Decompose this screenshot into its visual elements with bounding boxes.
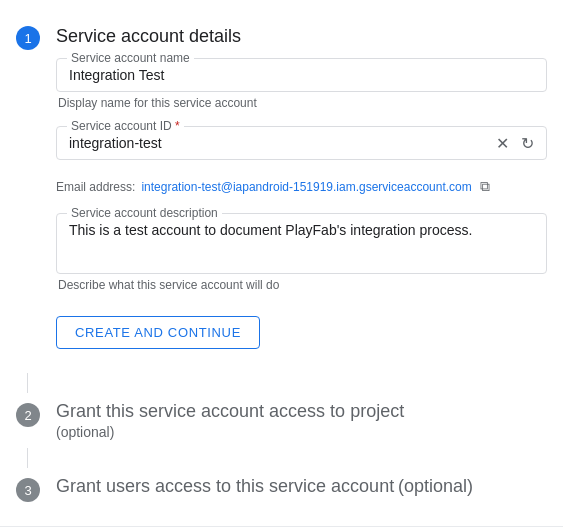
bottom-bar: DONE CANCEL xyxy=(0,526,563,530)
step-1-content: Service account details xyxy=(56,24,547,49)
service-account-name-input[interactable] xyxy=(69,67,534,83)
step-2-number: 2 xyxy=(16,403,40,427)
step-1-form: Service account name Display name for th… xyxy=(0,58,563,373)
step-1-number: 1 xyxy=(16,26,40,50)
service-account-description-wrapper: Service account description This is a te… xyxy=(56,213,547,274)
step-3-title: Grant users access to this service accou… xyxy=(56,476,394,496)
service-account-name-field: Service account name Display name for th… xyxy=(56,58,547,110)
service-account-id-label: Service account ID * xyxy=(67,119,184,133)
service-account-name-hint: Display name for this service account xyxy=(56,96,547,110)
service-account-name-label: Service account name xyxy=(67,51,194,65)
step-3-header: 3 Grant users access to this service acc… xyxy=(0,468,563,510)
step-3-content: Grant users access to this service accou… xyxy=(56,476,547,497)
step-2-optional-text: (optional) xyxy=(56,424,547,440)
email-value: integration-test@iapandroid-151919.iam.g… xyxy=(141,180,471,194)
service-account-name-wrapper: Service account name xyxy=(56,58,547,92)
clear-id-button[interactable]: ✕ xyxy=(492,130,513,157)
connector-2-3 xyxy=(27,448,28,468)
service-account-description-field: Service account description This is a te… xyxy=(56,213,547,292)
email-row: Email address: integration-test@iapandro… xyxy=(56,176,547,197)
page-container: 1 Service account details Service accoun… xyxy=(0,0,563,530)
step-1-title: Service account details xyxy=(56,24,547,49)
copy-email-button[interactable]: ⧉ xyxy=(478,176,492,197)
connector-1-2 xyxy=(27,373,28,393)
service-account-id-input[interactable] xyxy=(69,135,484,151)
service-account-id-actions: ✕ ↻ xyxy=(492,130,538,157)
step-2-header: 2 Grant this service account access to p… xyxy=(0,393,563,448)
required-asterisk: * xyxy=(175,119,180,133)
service-account-description-hint: Describe what this service account will … xyxy=(56,278,547,292)
create-and-continue-button[interactable]: CREATE AND CONTINUE xyxy=(56,316,260,349)
step-2-title: Grant this service account access to pro… xyxy=(56,401,404,421)
service-account-description-label: Service account description xyxy=(67,206,222,220)
step-3-optional-inline: (optional) xyxy=(398,476,473,496)
step-2-content: Grant this service account access to pro… xyxy=(56,401,547,440)
step-3-number: 3 xyxy=(16,478,40,502)
refresh-id-button[interactable]: ↻ xyxy=(517,130,538,157)
service-account-id-field: Service account ID * ✕ ↻ xyxy=(56,126,547,160)
service-account-description-input[interactable]: This is a test account to document PlayF… xyxy=(69,222,534,262)
email-label: Email address: xyxy=(56,180,135,194)
service-account-id-wrapper: Service account ID * ✕ ↻ xyxy=(56,126,547,160)
